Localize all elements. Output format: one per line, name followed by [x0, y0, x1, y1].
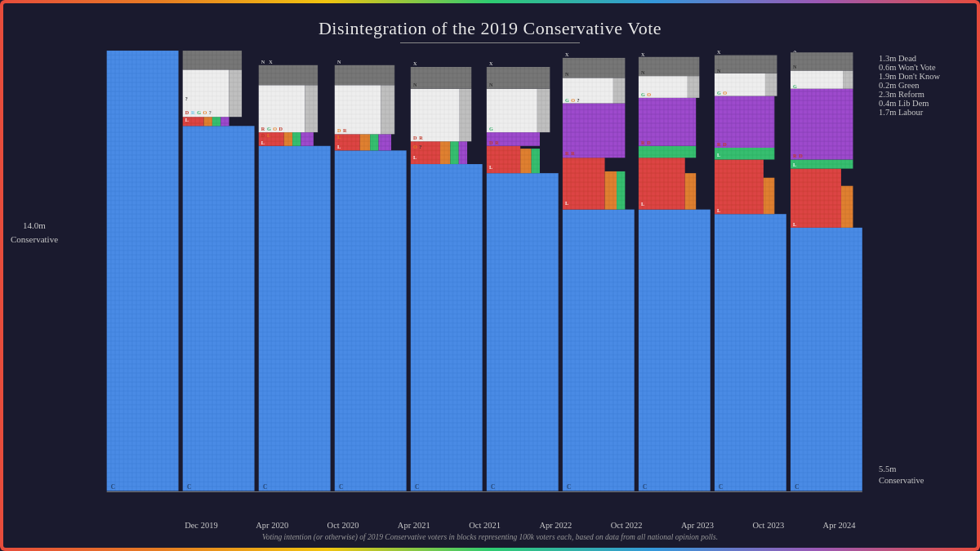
svg-text:D: D — [413, 135, 417, 140]
svg-rect-39 — [259, 146, 331, 491]
svg-text:R: R — [191, 109, 195, 115]
col-label-apr2020: Apr 2020 — [237, 521, 308, 530]
svg-rect-137 — [764, 178, 774, 214]
svg-rect-103 — [563, 158, 605, 209]
legend-dead: 1.3m Dead — [879, 54, 969, 63]
svg-rect-124 — [639, 76, 688, 98]
svg-rect-108 — [613, 78, 625, 103]
svg-text:X: X — [717, 51, 721, 55]
svg-text:C: C — [187, 483, 191, 491]
svg-rect-41 — [284, 132, 292, 146]
svg-rect-139 — [715, 96, 774, 148]
svg-text:N: N — [641, 69, 645, 75]
svg-rect-156 — [791, 89, 853, 160]
svg-rect-75 — [459, 141, 467, 164]
svg-text:L: L — [565, 200, 569, 206]
svg-text:?: ? — [185, 96, 188, 101]
svg-rect-24 — [212, 117, 220, 126]
svg-rect-43 — [301, 132, 314, 146]
svg-text:L: L — [337, 144, 341, 149]
svg-rect-136 — [715, 159, 764, 214]
svg-text:X: X — [413, 60, 417, 66]
legend-dontknow: 1.9m Don't Know — [879, 72, 969, 81]
svg-text:R: R — [261, 126, 265, 131]
left-axis-label: 14.0m Conservative — [10, 219, 59, 246]
svg-text:G: G — [197, 109, 201, 115]
svg-text:D: D — [337, 127, 341, 133]
svg-rect-21 — [183, 126, 255, 491]
svg-text:?: ? — [419, 144, 421, 149]
svg-rect-61 — [379, 134, 392, 150]
svg-rect-87 — [487, 173, 559, 491]
svg-text:L: L — [793, 220, 797, 226]
svg-rect-94 — [487, 67, 550, 89]
svg-rect-77 — [460, 89, 471, 142]
svg-rect-153 — [791, 169, 841, 228]
svg-text:R: R — [565, 150, 569, 156]
svg-rect-135 — [715, 214, 786, 491]
rainbow-border: Disintegration of the 2019 Conservative … — [0, 0, 980, 551]
svg-text:D: D — [647, 139, 651, 144]
svg-text:L: L — [793, 162, 797, 167]
svg-text:L: L — [717, 152, 721, 158]
title-underline — [400, 42, 580, 43]
svg-text:R: R — [641, 139, 645, 144]
svg-text:C: C — [567, 483, 571, 491]
svg-rect-46 — [259, 65, 318, 85]
svg-rect-90 — [532, 149, 540, 173]
svg-rect-107 — [563, 78, 613, 103]
svg-text:O: O — [203, 109, 207, 115]
svg-text:G: G — [489, 126, 493, 131]
svg-rect-120 — [639, 158, 685, 209]
svg-text:C: C — [491, 483, 495, 491]
svg-text:O: O — [647, 91, 651, 96]
svg-rect-152 — [791, 228, 862, 491]
legend-green: 0.2m Green — [879, 81, 969, 90]
legend-reform: 2.3m Reform — [879, 90, 969, 99]
svg-rect-60 — [370, 134, 378, 150]
svg-rect-64 — [335, 65, 394, 85]
svg-rect-140 — [715, 73, 765, 96]
svg-text:R: R — [717, 141, 721, 147]
footnote: Voting intention (or otherwise) of 2019 … — [262, 533, 718, 541]
svg-rect-73 — [440, 141, 450, 164]
svg-rect-62 — [335, 85, 381, 134]
svg-rect-63 — [381, 85, 395, 134]
svg-text:G: G — [717, 90, 721, 96]
svg-text:L: L — [489, 163, 493, 169]
svg-text:G: G — [793, 82, 797, 88]
bottom-labels: Dec 2019 Apr 2020 Oct 2020 Apr 2021 Oct … — [166, 521, 875, 530]
svg-text:D: D — [489, 139, 493, 144]
svg-text:O: O — [273, 126, 277, 131]
svg-text:D: D — [185, 109, 189, 115]
svg-rect-45 — [305, 85, 318, 132]
svg-text:R: R — [793, 153, 797, 158]
legend-spacer — [879, 117, 969, 464]
svg-rect-23 — [204, 117, 212, 126]
svg-rect-92 — [487, 89, 537, 132]
svg-text:D: D — [279, 126, 283, 131]
svg-text:R: R — [495, 139, 499, 144]
svg-rect-78 — [411, 67, 471, 89]
svg-rect-89 — [520, 149, 531, 173]
svg-rect-25 — [220, 117, 229, 126]
svg-text:D: D — [723, 141, 727, 147]
svg-text:X: X — [269, 58, 273, 64]
col-label-apr2023: Apr 2023 — [662, 521, 733, 530]
svg-text:O: O — [571, 97, 575, 103]
svg-text:N: N — [793, 64, 797, 69]
legend-wontvote: 0.6m Won't Vote — [879, 63, 969, 72]
svg-text:L: L — [337, 134, 341, 140]
svg-text:X: X — [565, 51, 569, 56]
svg-rect-19 — [107, 51, 179, 491]
svg-text:L: L — [185, 117, 189, 122]
svg-text:O: O — [413, 144, 417, 149]
svg-text:N: N — [261, 58, 265, 64]
svg-rect-59 — [360, 134, 370, 150]
svg-text:L: L — [261, 139, 265, 144]
svg-rect-157 — [791, 70, 843, 88]
svg-rect-138 — [715, 148, 774, 159]
svg-rect-159 — [791, 52, 853, 70]
svg-rect-57 — [335, 150, 407, 491]
col-label-oct2021: Oct 2021 — [449, 521, 520, 530]
